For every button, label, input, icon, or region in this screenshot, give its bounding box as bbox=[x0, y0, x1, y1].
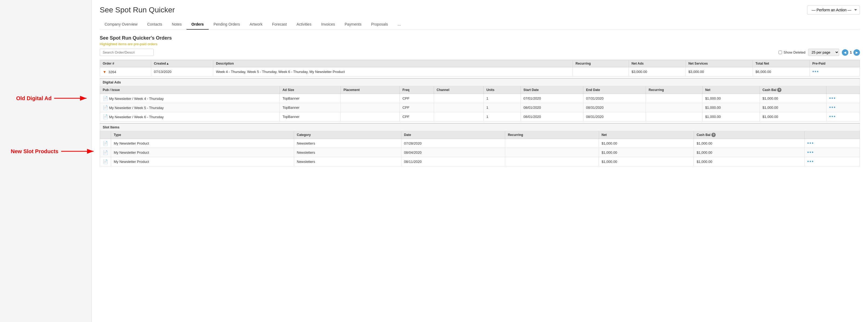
si-row3-icon: 📄 bbox=[100, 157, 111, 167]
search-input[interactable] bbox=[100, 49, 154, 56]
tab-pending-orders[interactable]: Pending Orders bbox=[209, 20, 245, 30]
da-row1-end: 07/31/2020 bbox=[583, 94, 646, 103]
da-col-start: Start Date bbox=[521, 86, 583, 94]
slot-items-table: Slot Items Type Category Date Recurring … bbox=[100, 123, 860, 167]
old-digital-label: Old Digital Ad bbox=[16, 95, 52, 102]
si-col-recurring: Recurring bbox=[505, 131, 599, 139]
da-row2-net: $1,000.00 bbox=[702, 103, 760, 112]
da-row3-freq: CPF bbox=[400, 112, 434, 121]
da-row1-action-dots[interactable]: ••• bbox=[829, 96, 836, 101]
page-number: 1 bbox=[850, 50, 852, 55]
prev-page-button[interactable]: ◀ bbox=[842, 49, 848, 56]
si-col-date: Date bbox=[401, 131, 505, 139]
da-row1-channel bbox=[434, 94, 483, 103]
da-col-units: Units bbox=[484, 86, 521, 94]
tab-more[interactable]: ... bbox=[393, 20, 406, 30]
col-net-services: Net Services bbox=[685, 60, 753, 67]
table-row: 📄 My Newsletter Product Newsletters 08/0… bbox=[100, 148, 860, 157]
action-dropdown[interactable]: — Perform an Action — bbox=[807, 5, 860, 14]
slot-items-header-row: Slot Items bbox=[100, 123, 860, 131]
da-row1-net: $1,000.00 bbox=[702, 94, 760, 103]
right-controls: Show Deleted 25 per page 50 per page 100… bbox=[778, 49, 860, 56]
tab-notes[interactable]: Notes bbox=[167, 20, 187, 30]
tab-artwork[interactable]: Artwork bbox=[245, 20, 267, 30]
si-row2-recurring bbox=[505, 148, 599, 157]
next-page-button[interactable]: ▶ bbox=[854, 49, 860, 56]
da-row2-adsize: TopBanner bbox=[280, 103, 340, 112]
si-row3-cashbal: $1,000.00 bbox=[694, 157, 804, 167]
col-pre-paid: Pre-Paid bbox=[809, 60, 860, 67]
da-row2-recurring bbox=[646, 103, 703, 112]
tab-company-overview[interactable]: Company Overview bbox=[100, 20, 142, 30]
col-created: Created▲ bbox=[151, 60, 213, 67]
order-net-ads: $3,000.00 bbox=[629, 67, 685, 76]
tab-payments[interactable]: Payments bbox=[340, 20, 366, 30]
si-row3-action-dots[interactable]: ••• bbox=[807, 159, 814, 164]
order-action-dots[interactable]: ••• bbox=[812, 69, 819, 74]
show-deleted-checkbox[interactable] bbox=[778, 50, 782, 54]
da-row2-pub: 📄 My Newsletter / Week 5 - Thursday bbox=[100, 103, 280, 112]
si-cashbal-help-icon[interactable]: ? bbox=[711, 133, 716, 137]
si-row1-recurring bbox=[505, 139, 599, 148]
da-col-placement: Placement bbox=[341, 86, 400, 94]
si-row1-action-dots[interactable]: ••• bbox=[807, 141, 814, 146]
si-row2-action-dots[interactable]: ••• bbox=[807, 150, 814, 155]
table-row: 📄 My Newsletter Product Newsletters 07/2… bbox=[100, 139, 860, 148]
order-row: ▼ 3264 07/13/2020 Week 4 - Thursday, Wee… bbox=[100, 67, 860, 76]
show-deleted-label: Show Deleted bbox=[778, 50, 805, 55]
si-col-icon bbox=[100, 131, 111, 139]
da-col-pub: Pub / Issue bbox=[100, 86, 280, 94]
si-row3-actions: ••• bbox=[804, 157, 860, 167]
doc-icon: 📄 bbox=[103, 114, 108, 119]
da-row3-adsize: TopBanner bbox=[280, 112, 340, 121]
da-col-actions bbox=[827, 86, 860, 94]
si-col-type: Type bbox=[111, 131, 294, 139]
new-slot-annotation: New Slot Products bbox=[11, 147, 96, 155]
da-col-net: Net bbox=[702, 86, 760, 94]
da-row3-end: 08/31/2020 bbox=[583, 112, 646, 121]
da-row3-action-dots[interactable]: ••• bbox=[829, 114, 836, 119]
da-row3-pub: 📄 My Newsletter / Week 6 - Thursday bbox=[100, 112, 280, 121]
order-pre-paid: ••• bbox=[809, 67, 860, 76]
digital-ads-col-header: Pub / Issue Ad Size Placement Freq Chann… bbox=[100, 86, 860, 94]
order-total-net: $6,000.00 bbox=[753, 67, 809, 76]
digital-ads-section-label: Digital Ads bbox=[100, 78, 860, 86]
search-bar-row: Show Deleted 25 per page 50 per page 100… bbox=[100, 49, 860, 56]
doc-icon: 📄 bbox=[103, 96, 108, 101]
da-row3-placement bbox=[341, 112, 400, 121]
tab-invoices[interactable]: Invoices bbox=[316, 20, 340, 30]
da-row2-actions: ••• bbox=[827, 103, 860, 112]
si-row1-actions: ••• bbox=[804, 139, 860, 148]
old-digital-annotation: Old Digital Ad bbox=[16, 94, 89, 102]
si-col-net: Net bbox=[599, 131, 694, 139]
down-arrow-icon: ▼ bbox=[103, 70, 106, 74]
da-row3-actions: ••• bbox=[827, 112, 860, 121]
tab-forecast[interactable]: Forecast bbox=[267, 20, 291, 30]
da-row2-cashbal: $1,000.00 bbox=[760, 103, 826, 112]
tab-proposals[interactable]: Proposals bbox=[366, 20, 393, 30]
tab-orders[interactable]: Orders bbox=[187, 20, 209, 30]
order-expand-arrow[interactable]: ▼ 3264 bbox=[100, 67, 151, 76]
da-col-end: End Date bbox=[583, 86, 646, 94]
si-row1-category: Newsletters bbox=[294, 139, 401, 148]
da-row2-end: 08/31/2020 bbox=[583, 103, 646, 112]
per-page-select[interactable]: 25 per page 50 per page 100 per page bbox=[808, 49, 839, 56]
tab-contacts[interactable]: Contacts bbox=[142, 20, 167, 30]
si-row1-date: 07/28/2020 bbox=[401, 139, 505, 148]
si-row2-net: $1,000.00 bbox=[599, 148, 694, 157]
order-description: Week 4 - Thursday, Week 5 - Thursday, We… bbox=[213, 67, 573, 76]
orders-table: Order # Created▲ Description Recurring N… bbox=[100, 60, 860, 76]
da-col-channel: Channel bbox=[434, 86, 483, 94]
da-row2-action-dots[interactable]: ••• bbox=[829, 105, 836, 110]
slot-items-wrapper: New Slot Products Slot Items bbox=[100, 123, 860, 167]
digital-ads-header-row: Digital Ads bbox=[100, 78, 860, 86]
table-row: 📄 My Newsletter / Week 4 - Thursday TopB… bbox=[100, 94, 860, 103]
si-row1-icon: 📄 bbox=[100, 139, 111, 148]
orders-section: See Spot Run Quicker's Orders Highlighte… bbox=[100, 35, 860, 167]
cashbal-help-icon[interactable]: ? bbox=[777, 88, 781, 92]
order-number: 3264 bbox=[108, 70, 116, 74]
tab-activities[interactable]: Activities bbox=[292, 20, 316, 30]
da-row2-freq: CPF bbox=[400, 103, 434, 112]
page-header: See Spot Run Quicker — Perform an Action… bbox=[100, 5, 860, 14]
si-row2-icon: 📄 bbox=[100, 148, 111, 157]
